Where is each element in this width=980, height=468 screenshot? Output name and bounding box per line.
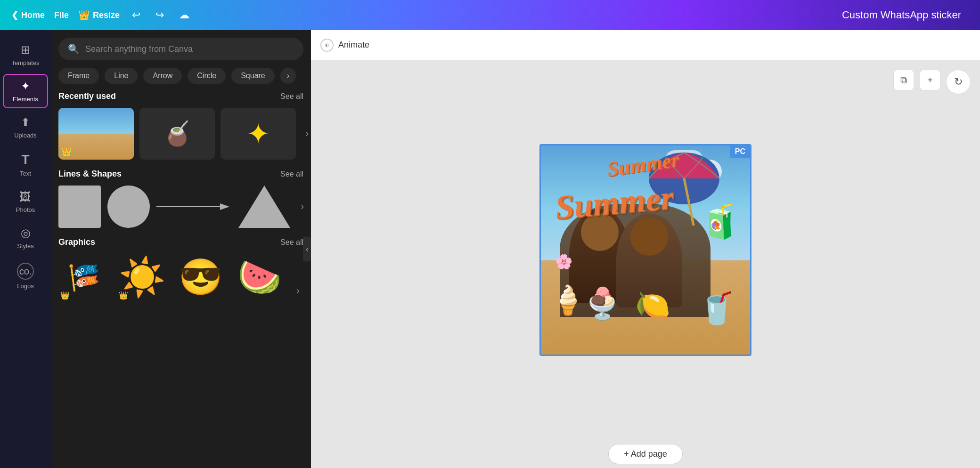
redo-icon: ↪ [155,9,164,21]
crown-badge: 👑 [61,146,72,157]
filter-square[interactable]: Square [231,68,275,84]
sticker-flower: 🌸 [555,253,572,270]
graphics-header: Graphics See all [58,237,303,247]
sidebar-item-templates[interactable]: ⊞ Templates [3,38,48,72]
elements-label: Elements [13,96,38,103]
recently-used-title: Recently used [58,91,116,101]
filter-line[interactable]: Line [105,68,138,84]
add-icon: + [927,75,933,86]
main-layout: ⊞ Templates ✦ Elements ⬆ Uploads T Text … [0,30,980,468]
shapes-next[interactable]: › [297,197,308,217]
page-title: Custom WhatsApp sticker [842,9,961,21]
filter-circle[interactable]: Circle [188,68,226,84]
header: ❮ Home File 👑 Resize ↩ ↪ ☁ Custom WhatsA… [0,0,980,30]
watermelon-emoji: 🍉 [237,257,282,298]
recent-item-sun[interactable]: ✦ [220,108,296,160]
lines-shapes-title: Lines & Shapes [58,169,122,179]
back-button[interactable]: ❮ Home [11,10,45,20]
elements-panel: 🔍 Frame Line Arrow Circle Square › Recen… [51,30,311,468]
hide-panel-button[interactable]: ‹ [303,237,311,262]
undo-icon: ↩ [132,9,140,21]
shape-arrow-item[interactable] [156,200,232,214]
shapes-row: › [58,186,303,228]
triangle-shape [238,186,290,228]
cool-sun-emoji: 😎 [179,257,223,298]
graphics-next[interactable]: › [293,281,303,301]
graphic-sun[interactable]: ☀️ 👑 [117,254,168,301]
animate-icon: ◐ [320,39,334,52]
file-button[interactable]: File [54,10,69,20]
svg-marker-1 [220,203,229,210]
cloud-save-button[interactable]: ☁ [176,6,192,24]
sticker-icecream-2: 🍨 [583,286,621,322]
logos-icon: co. [17,263,34,280]
graphics-section: Graphics See all 🎏 👑 ☀️ 👑 [51,237,311,310]
add-element-button[interactable]: + [920,70,940,90]
crown-icon: 👑 [78,9,90,21]
graphics-row: 🎏 👑 ☀️ 👑 😎 🍉 › [58,254,303,301]
shape-triangle-item[interactable] [238,186,290,228]
templates-label: Templates [11,59,39,66]
shape-square-item[interactable] [58,186,101,228]
recently-used-section: Recently used See all 👑 🧉 [51,91,311,169]
sidebar-item-uploads[interactable]: ⬆ Uploads [3,110,48,145]
resize-button[interactable]: 👑 Resize [78,9,120,21]
lines-shapes-section: Lines & Shapes See all [51,169,311,237]
graphics-title: Graphics [58,237,95,247]
arrow-line-svg [156,200,232,214]
sidebar-item-styles[interactable]: ◎ Styles [3,221,48,255]
search-input[interactable] [85,44,294,54]
panel-scroll: Recently used See all 👑 🧉 [51,91,311,468]
canvas-content: ⧉ + ↻ PC Summer Summer [311,60,980,440]
recently-used-next[interactable]: › [302,124,311,144]
redo-button[interactable]: ↪ [153,6,167,24]
home-label: Home [21,10,45,20]
sticker-drink-bottom: 🥤 [698,290,736,326]
recently-used-header: Recently used See all [58,91,303,101]
recently-used-items: 👑 🧉 ✦ › [58,108,303,160]
sidebar-item-text[interactable]: T Text [3,146,48,183]
undo-button[interactable]: ↩ [129,6,143,24]
canvas-toolbar: ◐ Animate [311,30,980,60]
graphics-see-all[interactable]: See all [280,238,303,247]
logos-label: Logos [17,282,33,290]
recent-item-beach[interactable]: 👑 [58,108,134,160]
hide-icon: ‹ [306,244,309,254]
animate-button[interactable]: ◐ Animate [320,39,369,52]
filter-more-button[interactable]: › [280,68,296,84]
filter-arrow[interactable]: Arrow [143,68,182,84]
canvas-controls: ⧉ + ↻ [893,70,971,94]
templates-icon: ⊞ [21,43,30,56]
circle-shape [107,186,150,228]
add-page-button[interactable]: + Add page [608,444,683,464]
filter-frame[interactable]: Frame [58,68,99,84]
bunting-emoji: 🎏 [68,262,100,293]
square-shape [58,186,101,228]
copy-icon: ⧉ [900,75,907,86]
sun-emoji: ✦ [220,108,296,160]
refresh-icon: ↻ [954,76,963,88]
design-card[interactable]: PC Summer Summer [539,144,751,356]
shape-circle-item[interactable] [107,186,150,228]
sidebar-item-elements[interactable]: ✦ Elements [3,74,48,108]
search-bar: 🔍 [58,38,303,60]
graphic-crown-1: 👑 [60,291,70,300]
copy-button[interactable]: ⧉ [893,70,914,90]
graphic-cool-sun[interactable]: 😎 [175,254,226,301]
sidebar-item-photos[interactable]: 🖼 Photos [3,185,48,219]
lines-shapes-header: Lines & Shapes See all [58,169,303,179]
graphic-bunting[interactable]: 🎏 👑 [58,254,109,301]
back-arrow-icon: ❮ [11,10,18,20]
sidebar-item-logos[interactable]: co. Logos [3,257,48,295]
lines-shapes-see-all[interactable]: See all [280,170,303,178]
photos-icon: 🖼 [20,190,31,203]
recently-used-see-all[interactable]: See all [280,92,303,101]
recent-item-drink[interactable]: 🧉 [139,108,215,160]
refresh-button[interactable]: ↻ [946,70,971,94]
graphic-watermelon[interactable]: 🍉 [234,254,285,301]
pc-badge: PC [730,145,750,158]
uploads-label: Uploads [14,132,37,139]
sticker-icecream-1: 🍦 [550,283,586,317]
animate-label: Animate [338,40,369,50]
styles-label: Styles [17,242,33,250]
